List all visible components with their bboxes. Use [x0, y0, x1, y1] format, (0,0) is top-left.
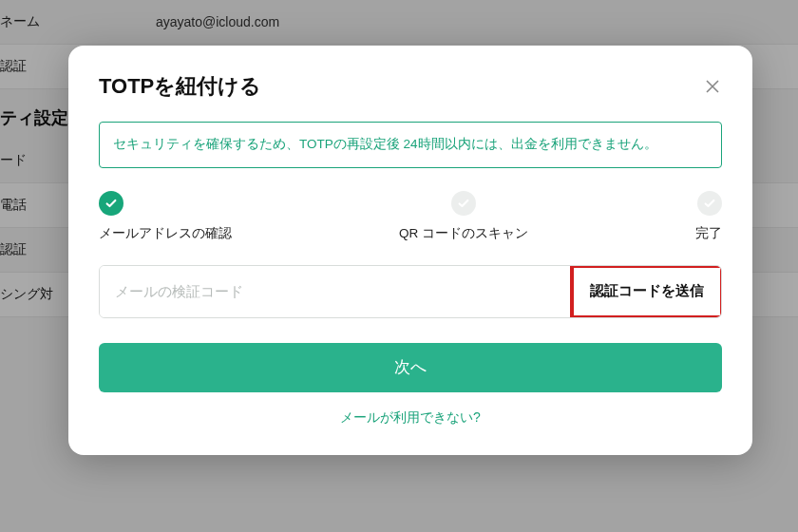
step-3: 完了 — [695, 191, 722, 242]
step-2: QR コードのスキャン — [399, 191, 528, 242]
step-3-label: 完了 — [695, 225, 722, 242]
check-icon — [99, 191, 124, 216]
step-1: メールアドレスの確認 — [99, 191, 232, 242]
modal-header: TOTPを紐付ける — [99, 72, 722, 101]
check-icon — [451, 191, 476, 216]
totp-link-modal: TOTPを紐付ける セキュリティを確保するため、TOTPの再設定後 24時間以内… — [68, 46, 752, 455]
code-input-row: 認証コードを送信 — [99, 265, 722, 318]
security-notice: セキュリティを確保するため、TOTPの再設定後 24時間以内には、出金を利用でき… — [99, 122, 722, 168]
step-2-label: QR コードのスキャン — [399, 225, 528, 242]
modal-title: TOTPを紐付ける — [99, 72, 261, 101]
step-1-label: メールアドレスの確認 — [99, 225, 232, 242]
send-code-button[interactable]: 認証コードを送信 — [573, 266, 721, 317]
close-icon[interactable] — [703, 77, 722, 96]
next-button[interactable]: 次へ — [99, 343, 722, 392]
send-code-label: 認証コードを送信 — [590, 282, 704, 300]
next-button-label: 次へ — [394, 358, 427, 376]
email-unavailable-link[interactable]: メールが利用できない? — [99, 409, 722, 427]
stepper: メールアドレスの確認 QR コードのスキャン 完了 — [99, 191, 722, 242]
verification-code-input[interactable] — [100, 266, 573, 317]
check-icon — [697, 191, 722, 216]
